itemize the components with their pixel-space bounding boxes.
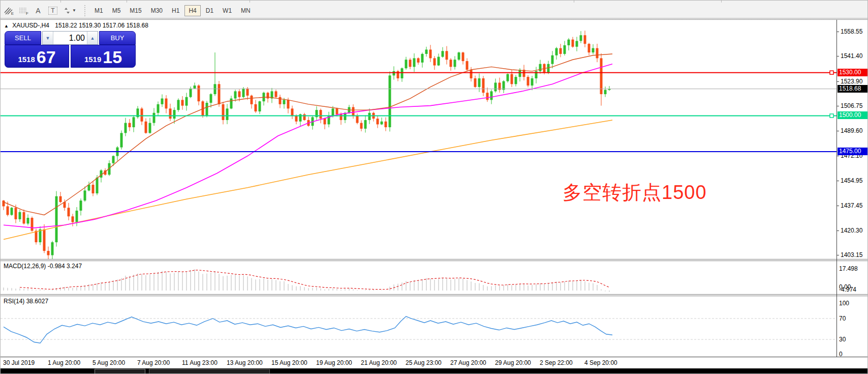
candle-up — [242, 89, 245, 97]
candle-down — [462, 52, 464, 61]
candle-up — [125, 123, 127, 133]
buy-price-box[interactable]: 1519 15 — [71, 45, 136, 68]
candle-up — [364, 120, 367, 129]
sell-button[interactable]: SELL — [5, 31, 41, 45]
candle-down — [267, 93, 269, 98]
volume-spinner: ▼ ▲ — [42, 31, 98, 45]
candle-up — [206, 103, 208, 116]
candle-down — [23, 212, 25, 224]
candle-down — [409, 60, 412, 67]
rsi-label: RSI(14) 38.6027 — [4, 298, 48, 305]
candle-up — [11, 208, 13, 215]
level-line-handle — [830, 114, 833, 118]
volume-increase-button[interactable]: ▲ — [87, 32, 98, 44]
time-axis-label: 25 Aug 23:00 — [406, 359, 442, 366]
candle-down — [47, 251, 50, 255]
candle-down — [352, 107, 355, 116]
rsi-pane-separator[interactable] — [1, 294, 868, 296]
collapse-triangle-icon[interactable]: ▲ — [4, 23, 9, 28]
candle-up — [438, 57, 440, 66]
buy-price-small: 1519 — [84, 55, 101, 64]
candle-up — [120, 133, 123, 147]
candle-up — [568, 40, 570, 45]
candle-up — [478, 78, 481, 87]
current-price-badge: 1518.68 — [838, 85, 867, 93]
candle-down — [527, 77, 530, 85]
price-level-badge: 1475.00 — [838, 148, 867, 155]
time-axis-label: 13 Aug 20:00 — [227, 359, 263, 366]
candle-down — [417, 58, 420, 62]
candle-down — [320, 110, 322, 119]
candle-down — [43, 229, 46, 251]
candle-up — [401, 68, 404, 78]
price-tick-label: 1454.95 — [841, 177, 862, 184]
candle-up — [185, 97, 188, 106]
candle-down — [584, 35, 586, 44]
candle-up — [19, 212, 21, 219]
chart-tab[interactable] — [95, 369, 145, 374]
candle-up — [173, 110, 176, 119]
ma_mid-line — [4, 64, 612, 228]
candle-up — [539, 64, 542, 71]
candle-up — [80, 200, 82, 211]
macd-pane-separator[interactable] — [1, 259, 868, 261]
chart-tab[interactable] — [149, 369, 270, 374]
candle-up — [190, 89, 192, 97]
price-tick-label: 1403.15 — [841, 251, 862, 258]
candle-down — [198, 85, 200, 101]
candle-down — [588, 44, 591, 52]
candle-down — [15, 208, 17, 219]
candle-up — [88, 185, 90, 190]
price-axis-border — [836, 20, 837, 357]
candle-up — [393, 71, 395, 75]
candle-down — [145, 122, 147, 133]
price-tick-label: 1558.55 — [841, 28, 862, 35]
candle-up — [112, 156, 115, 163]
candle-down — [596, 48, 599, 59]
candle-up — [84, 190, 86, 200]
volume-decrease-button[interactable]: ▼ — [43, 32, 53, 44]
time-axis-label: 2 Sep 22:00 — [540, 359, 573, 366]
price-tick-label: 1506.75 — [841, 102, 862, 109]
symbol-name: XAUUSD-,H4 — [12, 22, 49, 29]
candle-up — [458, 52, 460, 60]
one-click-trading-panel: SELL ▼ ▲ BUY 1518 67 1519 15 — [5, 31, 136, 68]
candle-up — [214, 84, 216, 94]
time-axis-label: 5 Aug 20:00 — [92, 359, 125, 366]
price-tick-label: 1523.90 — [841, 78, 862, 85]
volume-input[interactable] — [53, 32, 87, 44]
candle-down — [340, 114, 343, 120]
candle-up — [234, 91, 237, 98]
candle-down — [446, 51, 448, 60]
candle-up — [564, 45, 566, 54]
price-tick — [836, 106, 839, 106]
candle-up — [259, 101, 261, 111]
candle-down — [356, 116, 359, 123]
candle-up — [76, 211, 78, 222]
time-axis-label: 27 Aug 20:00 — [450, 359, 486, 366]
candle-down — [35, 231, 38, 243]
candle-up — [503, 81, 505, 90]
sell-price-box[interactable]: 1518 67 — [5, 45, 69, 68]
candle-down — [238, 91, 241, 97]
candle-down — [560, 48, 562, 54]
time-axis-label: 15 Aug 20:00 — [271, 359, 307, 366]
candle-down — [572, 40, 574, 47]
candle-up — [283, 100, 286, 104]
candle-up — [576, 41, 578, 47]
macd-axis-label: -4.974 — [839, 286, 856, 293]
candle-up — [96, 178, 99, 193]
candle-up — [161, 99, 164, 104]
candle-down — [141, 108, 143, 121]
buy-button[interactable]: BUY — [99, 31, 136, 45]
price-tick-label: 1420.30 — [841, 227, 862, 234]
price-tick — [836, 255, 839, 255]
candle-up — [389, 75, 391, 127]
candle-up — [226, 108, 229, 120]
candle-up — [368, 113, 371, 120]
price-tick — [836, 231, 839, 231]
ma_fast-line — [4, 54, 612, 215]
candle-down — [287, 100, 290, 108]
candle-down — [246, 89, 249, 96]
candle-down — [59, 196, 62, 202]
